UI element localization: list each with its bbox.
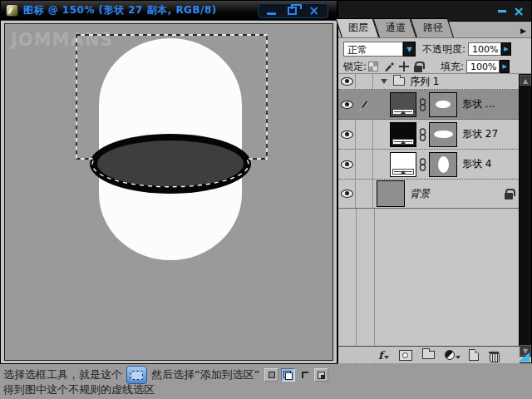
add-to-selection-icon[interactable]	[281, 368, 295, 382]
locked-icon	[505, 189, 513, 200]
link-icon[interactable]	[419, 128, 426, 141]
visibility-toggle[interactable]	[338, 150, 356, 179]
window-controls: ×	[258, 3, 328, 18]
layers-panel: × 图层 通道 路径 ▶ 正常 ▼ 不透明度: 100% ▶ 锁定: 填充: 1…	[337, 0, 532, 363]
layer-thumbnail[interactable]	[390, 122, 416, 147]
tab-paths[interactable]: 路径	[416, 18, 454, 37]
eye-icon	[341, 190, 353, 198]
layer-name[interactable]: 背景	[410, 187, 430, 201]
panel-footer: f	[338, 346, 520, 363]
adjustment-layer-button[interactable]	[445, 350, 461, 360]
layer-style-button[interactable]: f	[378, 349, 389, 362]
close-icon[interactable]: ×	[308, 4, 319, 17]
layer-row-background[interactable]: 背景	[338, 180, 520, 209]
visibility-toggle[interactable]	[338, 74, 356, 89]
lock-paint-icon[interactable]	[383, 62, 394, 72]
link-icon[interactable]	[419, 158, 426, 171]
blend-mode-dropdown-icon[interactable]: ▼	[403, 42, 416, 57]
shape-slider-icon	[392, 139, 414, 145]
panel-minimize-icon[interactable]	[498, 10, 506, 12]
canvas[interactable]: JOMMANS	[4, 23, 333, 361]
eye-icon	[341, 131, 353, 139]
scroll-up-icon[interactable]: ▲	[520, 75, 531, 86]
link-icon[interactable]	[419, 98, 426, 111]
layer-name[interactable]: 形状 ...	[462, 97, 495, 111]
document-icon	[6, 4, 18, 17]
layer-list-empty	[338, 209, 520, 367]
document-titlebar[interactable]: 图标 @ 150% (形状 27 副本, RGB/8) ×	[1, 1, 337, 21]
panel-menu-icon[interactable]: ▶	[520, 27, 526, 35]
ellipse-fill	[97, 140, 244, 187]
blend-mode-select[interactable]: 正常	[343, 42, 403, 57]
layer-thumbnail[interactable]	[390, 152, 416, 177]
expand-arrow-icon[interactable]	[381, 79, 387, 84]
brush-icon	[359, 99, 369, 111]
lock-label: 锁定:	[343, 60, 367, 74]
restore-icon[interactable]	[288, 7, 297, 15]
layer-thumbnail[interactable]	[390, 92, 416, 117]
document-window: 图标 @ 150% (形状 27 副本, RGB/8) × JOMMANS	[0, 0, 337, 364]
visibility-toggle[interactable]	[338, 120, 356, 149]
layer-row-shape27[interactable]: 形状 27	[338, 120, 520, 150]
panel-controls: 正常 ▼ 不透明度: 100% ▶ 锁定: 填充: 100% ▶	[338, 38, 531, 74]
tutorial-line2: 得到图中这个不规则的虚线选区	[3, 382, 155, 397]
eye-icon	[341, 77, 353, 86]
fill-slider-icon[interactable]: ▶	[500, 60, 510, 73]
panel-close-icon[interactable]: ×	[514, 3, 525, 19]
intersect-selection-icon[interactable]	[314, 368, 328, 382]
selection-mode-buttons	[264, 368, 328, 382]
vector-mask-thumbnail[interactable]	[429, 122, 457, 147]
resize-grip-icon[interactable]	[519, 352, 530, 362]
minimize-icon[interactable]	[267, 12, 276, 15]
subtract-selection-icon[interactable]	[298, 368, 312, 382]
vector-mask-thumbnail[interactable]	[429, 92, 457, 117]
layer-row-shape-copy[interactable]: 形状 ...	[338, 90, 520, 120]
layer-list: 序列 1 形状 ... 形状 27	[338, 74, 520, 346]
layer-thumbnail[interactable]	[377, 180, 405, 207]
visibility-toggle[interactable]	[338, 180, 356, 208]
edit-state	[356, 90, 373, 119]
opacity-input[interactable]: 100%	[468, 42, 501, 56]
folder-icon	[393, 77, 405, 86]
layer-group-row[interactable]: 序列 1	[338, 74, 520, 90]
opacity-slider-icon[interactable]: ▶	[501, 42, 511, 56]
tutorial-line1-b: 然后选择“添加到选区”	[151, 367, 259, 382]
eye-icon	[341, 160, 353, 169]
layer-name[interactable]: 形状 4	[462, 157, 491, 171]
panel-tabs: 图层 通道 路径 ▶	[338, 22, 531, 38]
canvas-artwork	[5, 24, 332, 360]
document-title: 图标 @ 150% (形状 27 副本, RGB/8)	[23, 3, 217, 17]
lock-transparency-icon[interactable]	[368, 62, 378, 71]
visibility-toggle[interactable]	[338, 90, 356, 119]
lock-all-icon[interactable]	[414, 62, 422, 72]
fill-input[interactable]: 100%	[466, 60, 500, 73]
tutorial-text-area: 选择选框工具，就是这个 然后选择“添加到选区” 得到图中这个不规则的虚线选区	[0, 364, 532, 399]
opacity-label: 不透明度:	[422, 42, 466, 57]
shape-slider-icon	[392, 169, 414, 175]
marquee-icon	[131, 371, 143, 380]
vector-mask-thumbnail[interactable]	[429, 152, 457, 177]
new-selection-icon[interactable]	[264, 368, 278, 382]
delete-layer-button[interactable]	[489, 350, 499, 361]
shape-slider-icon	[392, 109, 414, 115]
tutorial-line1-a: 选择选框工具，就是这个	[3, 367, 122, 382]
panel-scrollbar[interactable]: ▲ ▼	[519, 74, 532, 357]
fill-label: 填充:	[441, 60, 464, 74]
layer-name[interactable]: 形状 27	[462, 127, 498, 141]
layer-row-shape4[interactable]: 形状 4	[338, 150, 520, 180]
marquee-tool-button[interactable]	[126, 366, 147, 384]
add-mask-button[interactable]	[399, 350, 412, 361]
lock-position-icon[interactable]	[399, 62, 409, 71]
new-layer-button[interactable]	[469, 349, 479, 361]
group-name[interactable]: 序列 1	[410, 75, 439, 89]
eye-icon	[341, 101, 353, 109]
new-group-button[interactable]	[422, 351, 435, 359]
